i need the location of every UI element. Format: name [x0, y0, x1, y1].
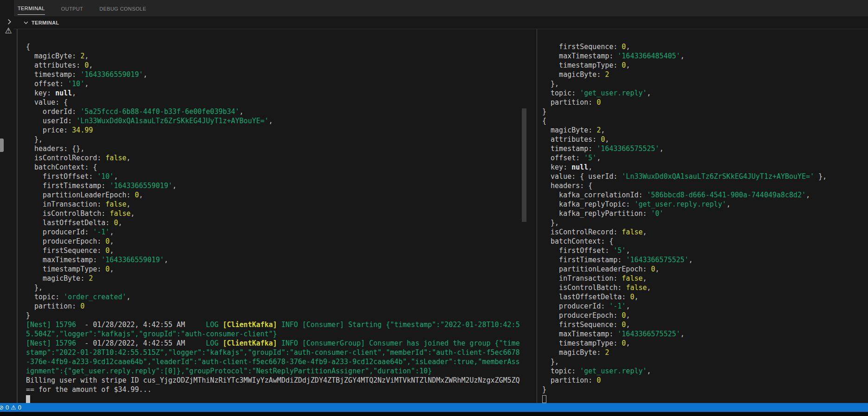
terminal-line: firstSequence: 0, [542, 42, 868, 51]
terminal-line: value: { [26, 98, 522, 107]
terminal-line: partitionLeaderEpoch: 0, [26, 190, 522, 200]
terminal-line [26, 394, 522, 403]
warning-icon: ⚠ [11, 404, 16, 411]
terminal-line: topic: 'order_created', [26, 292, 522, 302]
terminal-line: firstSequence: 0, [26, 246, 522, 255]
terminal-line: topic: 'get_user.reply', [542, 88, 868, 98]
terminal-line: offset: '5', [542, 153, 868, 163]
terminal-line: firstTimestamp: '1643366575525', [542, 255, 868, 265]
terminal-line: topic: 'get_user.reply', [542, 366, 868, 376]
terminal-line: maxTimestamp: '1643366559019', [26, 255, 522, 265]
terminal-line: timestampType: 0, [542, 339, 868, 348]
terminal-line: lastOffsetDelta: 0, [26, 218, 522, 227]
terminal-line: orderId: '5a25fccd-6b88-44f0-b33f-6e00fe… [26, 107, 522, 116]
terminal-line: stamp":"2022-01-28T10:42:55.515Z","logge… [26, 348, 522, 357]
terminal-line: key: null, [542, 163, 868, 172]
terminal-line: }, [26, 135, 522, 144]
terminal-line: headers: {}, [26, 144, 522, 153]
vscode-panel: { "colors": { "bg": "#181818", "tabbar_b… [0, 0, 868, 416]
terminal-line: partition: 0 [26, 302, 522, 311]
terminal-line: attributes: 0, [26, 61, 522, 70]
panel-tabbar: TERMINAL OUTPUT DEBUG CONSOLE [14, 0, 868, 16]
terminal-line: }, [542, 357, 868, 366]
panel-gutter: ⚠ [0, 0, 14, 403]
terminal-line: userId: 'Ln33WuxDd0xQA1sauLTz6ZrSKkEG4JU… [26, 116, 522, 126]
terminal-line: [Nest] 15796 - 01/28/2022, 4:42:55 AM LO… [26, 320, 522, 329]
chevron-down-icon [22, 19, 30, 26]
problems-status-item[interactable]: ⊘ 0 ⚠ 0 [0, 403, 24, 412]
terminal-line: timestampType: 0, [26, 265, 522, 274]
terminal-line: isControlBatch: false, [26, 209, 522, 218]
warning-count: 0 [18, 404, 21, 411]
terminal-line: magicByte: 2 [542, 70, 868, 79]
terminal-line: -376e-4fb9-a233-9cd12caae64b","leaderId"… [26, 357, 522, 366]
terminal-line: producerEpoch: 0, [542, 311, 868, 320]
terminal-line: batchContext: { [26, 163, 522, 172]
terminal-line: [Nest] 15796 - 01/28/2022, 4:42:55 AM LO… [26, 339, 522, 348]
terminal-section-header[interactable]: TERMINAL [14, 16, 868, 29]
terminal-line: { [542, 116, 868, 126]
terminal-line [542, 394, 868, 403]
bottom-strip [0, 412, 868, 416]
terminal-line: timestamp: '1643366575525', [542, 144, 868, 153]
terminal-line: timestamp: '1643366559019', [26, 70, 522, 79]
terminal-line: }, [26, 283, 522, 292]
terminal-line: kafka_correlationId: '586bbcd8-d666-4541… [542, 190, 868, 200]
chevron-right-icon[interactable] [5, 18, 13, 26]
terminal-line: == for the amount of $34.99... [26, 385, 522, 394]
tab-output[interactable]: OUTPUT [61, 2, 83, 15]
terminal-line: }, [542, 218, 868, 227]
terminal-line: batchContext: { [542, 237, 868, 246]
terminal-line: key: null, [26, 88, 522, 98]
terminal-line: attributes: 0, [542, 135, 868, 144]
terminal-cursor [26, 395, 30, 403]
terminal-line: firstTimestamp: '1643366559019', [26, 181, 522, 190]
terminal-line: kafka_replyTopic: 'get_user.reply.reply'… [542, 200, 868, 209]
terminal-line: lastOffsetDelta: 0, [542, 292, 868, 302]
terminal-line: value: { userId: 'Ln33WuxDd0xQA1sauLTz6Z… [542, 172, 868, 181]
left-edge-handle[interactable] [0, 139, 4, 152]
terminal-line: firstOffset: '10', [26, 172, 522, 181]
terminal-section-label: TERMINAL [32, 20, 59, 25]
terminal-line: partition: 0 [542, 98, 868, 107]
terminal-line: }, [542, 79, 868, 88]
terminal-line: producerEpoch: 0, [26, 237, 522, 246]
terminal-line: maxTimestamp: '1643366575525', [542, 329, 868, 339]
terminal-line: firstSequence: 0, [542, 320, 868, 329]
terminal-line: price: 34.99 [26, 126, 522, 135]
terminal-line: magicByte: 2, [542, 126, 868, 135]
terminal-line: magicByte: 2 [542, 348, 868, 357]
terminal-line: isControlRecord: false, [542, 227, 868, 237]
left-terminal-pane[interactable]: { magicByte: 2, attributes: 0, timestamp… [14, 29, 522, 403]
terminal-line: partition: 0 [542, 376, 868, 385]
error-icon: ⊘ [0, 404, 4, 411]
terminal-cursor [542, 395, 546, 403]
terminal-line: } [542, 385, 868, 394]
terminal-line: isControlRecord: false, [26, 153, 522, 163]
terminal-line: ignment":{"get_user.reply.reply":[0]},"g… [26, 366, 522, 376]
warning-icon[interactable]: ⚠ [3, 26, 13, 36]
terminal-area: { magicByte: 2, attributes: 0, timestamp… [14, 29, 868, 403]
terminal-line: headers: { [542, 181, 868, 190]
status-bar: ⊘ 0 ⚠ 0 [0, 403, 868, 412]
right-terminal-pane[interactable]: firstSequence: 0, maxTimestamp: '1643366… [537, 29, 868, 403]
terminal-line: } [26, 311, 522, 320]
terminal-line: maxTimestamp: '1643366485405', [542, 51, 868, 61]
terminal-line: } [542, 107, 868, 116]
tab-debug-console[interactable]: DEBUG CONSOLE [99, 2, 146, 15]
error-count: 0 [6, 404, 9, 411]
terminal-line: Billing user with stripe ID cus_YjgzODZj… [26, 376, 522, 385]
tab-terminal[interactable]: TERMINAL [18, 1, 45, 15]
terminal-line: partitionLeaderEpoch: 0, [542, 265, 868, 274]
terminal-line: inTransaction: false, [26, 200, 522, 209]
terminal-line: producerId: '-1', [542, 302, 868, 311]
terminal-line: kafka_replyPartition: '0' [542, 209, 868, 218]
left-pane-scrollbar[interactable] [522, 108, 526, 222]
terminal-line: firstOffset: '5', [542, 246, 868, 255]
terminal-line: magicByte: 2, [26, 51, 522, 61]
terminal-line: 5.504Z","logger":"kafkajs","groupId":"au… [26, 329, 522, 339]
terminal-line: timestampType: 0, [542, 61, 868, 70]
terminal-line: producerId: '-1', [26, 227, 522, 237]
terminal-line: offset: '10', [26, 79, 522, 88]
terminal-line: isControlBatch: false, [542, 283, 868, 292]
